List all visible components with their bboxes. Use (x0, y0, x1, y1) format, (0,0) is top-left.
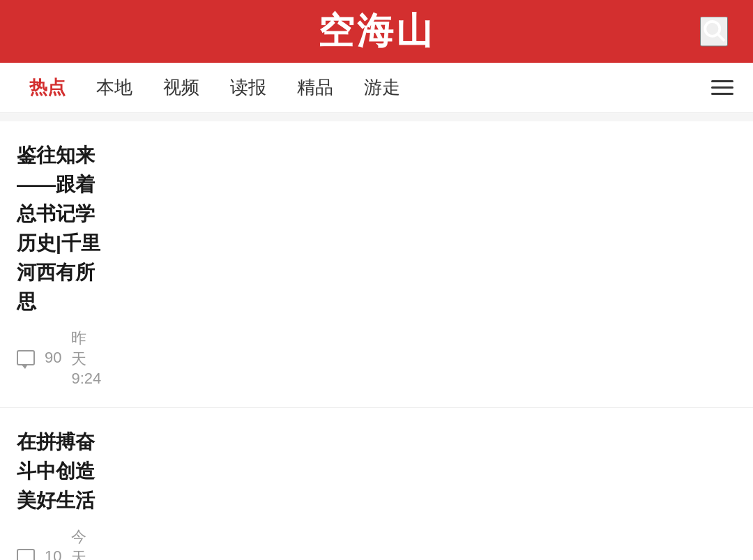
menu-icon-line (711, 93, 733, 95)
comment-count: 90 (45, 349, 61, 367)
news-content: 鉴往知来——跟着总书记学历史|千里河西有所思 90 昨天 9:24 (17, 141, 101, 388)
news-time: 今天 8:52 (71, 527, 101, 560)
nav-item-video[interactable]: 视频 (148, 75, 215, 100)
menu-button[interactable] (706, 75, 739, 100)
news-title: 鉴往知来——跟着总书记学历史|千里河西有所思 (17, 141, 101, 317)
news-list: 鉴往知来——跟着总书记学历史|千里河西有所思 90 昨天 9:24 (0, 121, 753, 560)
news-item[interactable]: 在拼搏奋斗中创造美好生活 10 今天 8:52 奋斗 (0, 408, 753, 560)
nav-item-local[interactable]: 本地 (81, 75, 148, 100)
main-nav: 热点 本地 视频 读报 精品 游走 (0, 63, 753, 113)
comment-icon (17, 350, 35, 365)
comment-box-icon (17, 549, 35, 560)
news-content: 在拼搏奋斗中创造美好生活 10 今天 8:52 (17, 427, 101, 560)
svg-line-1 (718, 35, 724, 41)
menu-icon-line (711, 80, 733, 82)
nav-item-newspaper[interactable]: 读报 (215, 75, 282, 100)
news-meta: 90 昨天 9:24 (17, 328, 101, 388)
comment-count: 10 (45, 547, 61, 560)
news-item[interactable]: 鉴往知来——跟着总书记学历史|千里河西有所思 90 昨天 9:24 (0, 121, 753, 408)
svg-point-0 (705, 22, 720, 36)
section-divider (0, 113, 753, 121)
comment-icon (17, 549, 35, 560)
nav-item-hotspot[interactable]: 热点 (14, 75, 81, 100)
menu-icon-line (711, 86, 733, 89)
app-header: 空海山 (0, 0, 753, 63)
comment-box-icon (17, 350, 35, 365)
news-time: 昨天 9:24 (71, 328, 101, 388)
search-icon (701, 18, 727, 43)
search-button[interactable] (700, 17, 728, 47)
nav-item-walk[interactable]: 游走 (349, 75, 416, 100)
news-meta: 10 今天 8:52 (17, 527, 101, 560)
news-title: 在拼搏奋斗中创造美好生活 (17, 427, 101, 515)
nav-item-premium[interactable]: 精品 (282, 75, 349, 100)
app-title: 空海山 (318, 7, 435, 56)
